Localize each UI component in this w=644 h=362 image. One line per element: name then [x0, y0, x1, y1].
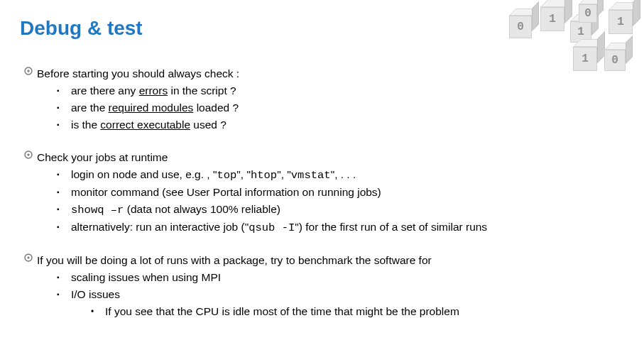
- circle-dot-icon: [20, 65, 37, 75]
- square-bullet-icon: ▪: [57, 116, 71, 133]
- circle-dot-icon: [20, 252, 37, 262]
- circle-dot-icon: [20, 149, 37, 159]
- sub-list-item-text: are the required modules loaded ?: [71, 99, 624, 116]
- sub-list-item: ▪ monitor command (see User Portal infor…: [57, 184, 624, 201]
- sub-list-item-text: scaling issues when using MPI: [71, 269, 624, 286]
- list-item-text: If you will be doing a lot of runs with …: [37, 252, 624, 269]
- slide: 0 1 1 0 1 1: [0, 0, 644, 362]
- sub-list-item: ▪ showq –r (data not always 100% reliabl…: [57, 201, 624, 219]
- sub-list-item-text: are there any errors in the script ?: [71, 82, 624, 99]
- square-bullet-icon: ▪: [57, 269, 71, 286]
- sub-list-item-text: alternatively: run an interactive job ("…: [71, 219, 624, 236]
- cube-icon: 1: [573, 47, 597, 71]
- sub-list-item-text: showq –r (data not always 100% reliable): [71, 201, 624, 219]
- sub-list-item: ▪ scaling issues when using MPI: [57, 269, 624, 286]
- decorative-cubes: 0 1 1 0 1 1: [502, 0, 644, 78]
- sub-list-item-text: login on node and use, e.g. , "top", "ht…: [71, 166, 624, 184]
- list-item-text: Check your jobs at runtime: [37, 149, 624, 166]
- square-bullet-icon: ▪: [57, 184, 71, 201]
- sub-list-item: ▪ are there any errors in the script ?: [57, 82, 624, 99]
- dot-bullet-icon: •: [91, 303, 105, 320]
- sub-list-item: ▪ alternatively: run an interactive job …: [57, 219, 624, 236]
- sub-sub-list-item-text: If you see that the CPU is idle most of …: [105, 303, 459, 320]
- list-item: If you will be doing a lot of runs with …: [20, 252, 624, 320]
- square-bullet-icon: ▪: [57, 219, 71, 236]
- cube-icon: 0: [509, 16, 532, 38]
- sub-sub-list-item: • If you see that the CPU is idle most o…: [71, 303, 624, 320]
- slide-content: Before starting you should always check …: [20, 65, 624, 320]
- sub-list-item-text: is the correct executable used ?: [71, 116, 624, 133]
- square-bullet-icon: ▪: [57, 166, 71, 183]
- cube-icon: 0: [604, 50, 626, 71]
- svg-point-3: [27, 153, 29, 155]
- cube-icon: 0: [579, 4, 597, 23]
- sub-list-item: ▪ are the required modules loaded ?: [57, 99, 624, 116]
- svg-point-1: [27, 70, 29, 72]
- cube-icon: 1: [608, 10, 633, 34]
- svg-point-5: [27, 257, 29, 259]
- cube-icon: 1: [540, 7, 564, 31]
- sub-list-item-text: monitor command (see User Portal informa…: [71, 184, 624, 201]
- sub-list-item: ▪ is the correct executable used ?: [57, 116, 624, 133]
- sub-list-item-text: I/O issues: [71, 286, 624, 303]
- square-bullet-icon: ▪: [57, 201, 71, 218]
- square-bullet-icon: ▪: [57, 99, 71, 116]
- sub-list-item: ▪ I/O issues • If you see that the CPU i…: [57, 286, 624, 320]
- list-item: Check your jobs at runtime ▪ login on no…: [20, 149, 624, 236]
- square-bullet-icon: ▪: [57, 286, 71, 303]
- square-bullet-icon: ▪: [57, 82, 71, 99]
- sub-list-item: ▪ login on node and use, e.g. , "top", "…: [57, 166, 624, 184]
